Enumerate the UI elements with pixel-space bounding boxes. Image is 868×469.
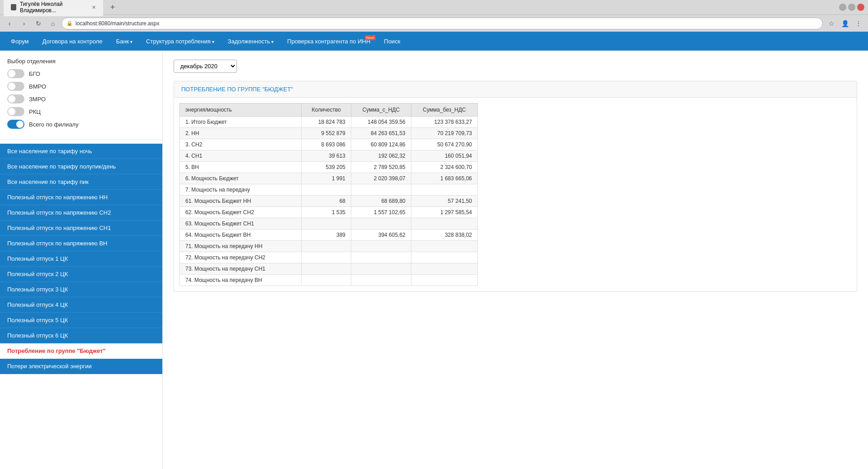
- sidebar-nav-item-14[interactable]: Потери электрической энергии: [0, 359, 162, 374]
- cell-name-14: 74. Мощность на передачу ВН: [180, 275, 302, 286]
- nav-bank[interactable]: Банк: [110, 34, 139, 48]
- tab-favicon: [11, 4, 16, 10]
- table-row: 1. Итого Бюджет18 824 783148 054 359,561…: [180, 117, 478, 128]
- cell-name-10: 64. Мощность Бюджет ВН: [180, 230, 302, 241]
- toggle-row-rkts: РКЦ: [7, 107, 155, 116]
- browser-chrome: Тигулёв Николай Владимиров... ✕ + ‹ › ↻ …: [0, 0, 868, 32]
- toggle-vmro[interactable]: [7, 82, 24, 91]
- col-header-name: энергия/мощность: [180, 103, 302, 117]
- nav-contracts[interactable]: Договора на контроле: [36, 34, 109, 48]
- table-row: 7. Мощность на передачу: [180, 184, 478, 196]
- toggle-knob-zmro: [8, 95, 15, 103]
- cell-qty-3: 39 613: [302, 150, 351, 162]
- sidebar-nav-item-2[interactable]: Все население по тарифу пик: [0, 174, 162, 190]
- col-header-sum-nds: Сумма_с_НДС: [351, 103, 411, 117]
- cell-name-11: 71. Мощность на передачу НН: [180, 241, 302, 252]
- cell-qty-1: 9 552 879: [302, 128, 351, 139]
- table-row: 62. Мощность Бюджет СН21 5351 557 102,65…: [180, 207, 478, 218]
- table-row: 5. ВН539 2052 789 520,852 324 600,70: [180, 162, 478, 173]
- cell-sum_nds-0: 148 054 359,56: [351, 117, 411, 128]
- profile-button[interactable]: 👤: [839, 18, 851, 29]
- nav-inn[interactable]: Проверка контрагента по ИНН New!: [281, 34, 377, 48]
- cell-sum_nds-14: [351, 275, 411, 286]
- cell-name-0: 1. Итого Бюджет: [180, 117, 302, 128]
- cell-sum_no_nds-5: 1 683 665,06: [411, 173, 477, 184]
- browser-tab[interactable]: Тигулёв Николай Владимиров... ✕: [4, 0, 103, 16]
- table-row: 6. Мощность Бюджет1 9912 020 398,071 683…: [180, 173, 478, 184]
- forward-button[interactable]: ›: [18, 18, 30, 29]
- page-wrapper: Форум Договора на контроле Банк Структур…: [0, 32, 868, 469]
- sidebar-nav-item-12[interactable]: Полезный отпуск 6 ЦК: [0, 328, 162, 343]
- browser-toolbar: ‹ › ↻ ⌂ 🔒 localhost:8080/main/structure.…: [0, 14, 868, 32]
- reload-button[interactable]: ↻: [33, 18, 44, 29]
- cell-sum_nds-12: [351, 252, 411, 263]
- table-row: 74. Мощность на передачу ВН: [180, 275, 478, 286]
- table-row: 72. Мощность на передачу СН2: [180, 252, 478, 263]
- cell-sum_no_nds-2: 50 674 270,90: [411, 139, 477, 150]
- sidebar-nav-item-11[interactable]: Полезный отпуск 5 ЦК: [0, 313, 162, 328]
- maximize-button[interactable]: [848, 4, 855, 11]
- col-header-sum-no-nds: Сумма_без_НДС: [411, 103, 477, 117]
- nav-badge: New!: [365, 35, 376, 40]
- window-controls: [839, 4, 864, 11]
- cell-qty-11: [302, 241, 351, 252]
- cell-qty-8: 1 535: [302, 207, 351, 218]
- sidebar-nav-item-6[interactable]: Полезный отпуск по напряжению ВН: [0, 236, 162, 251]
- title-bar: Тигулёв Николай Владимиров... ✕ +: [0, 0, 868, 14]
- back-button[interactable]: ‹: [4, 18, 15, 29]
- sidebar-nav-item-3[interactable]: Полезный отпуск по напряжению НН: [0, 190, 162, 205]
- toggle-zmro[interactable]: [7, 94, 24, 103]
- nav-search[interactable]: Поиск: [377, 34, 406, 48]
- minimize-button[interactable]: [839, 4, 846, 11]
- section-box: ПОТРЕБЛЕНИЕ ПО ГРУППЕ "БЮДЖЕТ" энергия/м…: [174, 81, 857, 292]
- cell-qty-10: 389: [302, 230, 351, 241]
- date-select[interactable]: декабрь 2020: [174, 60, 237, 73]
- table-row: 4. СН139 613192 062,32160 051,94: [180, 150, 478, 162]
- sidebar-nav-item-1[interactable]: Все население по тарифу полупик/день: [0, 159, 162, 174]
- new-tab-button[interactable]: +: [107, 1, 118, 13]
- cell-sum_no_nds-4: 2 324 600,70: [411, 162, 477, 173]
- cell-qty-2: 8 693 086: [302, 139, 351, 150]
- close-button[interactable]: [857, 4, 864, 11]
- cell-sum_nds-9: [351, 218, 411, 230]
- table-row: 61. Мощность Бюджет НН6868 689,8057 241,…: [180, 196, 478, 207]
- bookmark-button[interactable]: ☆: [826, 18, 837, 29]
- cell-qty-12: [302, 252, 351, 263]
- nav-structure[interactable]: Структура потребления: [140, 34, 220, 48]
- toggle-rkts[interactable]: [7, 107, 24, 116]
- toggle-row-bgo: БГО: [7, 69, 155, 78]
- tab-close-button[interactable]: ✕: [92, 5, 96, 10]
- sidebar-nav-item-8[interactable]: Полезный отпуск 2 ЦК: [0, 267, 162, 282]
- nav-debt[interactable]: Задолженность: [222, 34, 280, 48]
- cell-sum_no_nds-3: 160 051,94: [411, 150, 477, 162]
- cell-sum_no_nds-7: 57 241,50: [411, 196, 477, 207]
- tab-title: Тигулёв Николай Владимиров...: [20, 1, 88, 14]
- address-bar[interactable]: 🔒 localhost:8080/main/structure.aspx: [61, 18, 823, 29]
- main-layout: Выбор отделения БГО ВМРО: [0, 51, 868, 469]
- col-header-qty: Количество: [302, 103, 351, 117]
- table-row: 2. НН9 552 87984 263 651,5370 219 709,73: [180, 128, 478, 139]
- sidebar-nav-item-9[interactable]: Полезный отпуск 3 ЦК: [0, 282, 162, 297]
- cell-sum_no_nds-13: [411, 263, 477, 275]
- table-header-row: энергия/мощность Количество Сумма_с_НДС …: [180, 103, 478, 117]
- sidebar-nav-item-10[interactable]: Полезный отпуск 4 ЦК: [0, 297, 162, 313]
- cell-qty-6: [302, 184, 351, 196]
- toggle-knob-all: [16, 121, 24, 128]
- menu-button[interactable]: ⋮: [853, 18, 864, 29]
- sidebar-nav-item-7[interactable]: Полезный отпуск 1 ЦК: [0, 251, 162, 267]
- cell-name-8: 62. Мощность Бюджет СН2: [180, 207, 302, 218]
- toggle-row-all: Всего по филиалу: [7, 120, 155, 129]
- sidebar-nav-item-13[interactable]: Потребление по группе "Бюджет": [0, 343, 162, 359]
- toggle-all[interactable]: [7, 120, 24, 129]
- toggle-bgo[interactable]: [7, 69, 24, 78]
- nav-forum[interactable]: Форум: [5, 34, 35, 48]
- table-row: 63. Мощность Бюджет СН1: [180, 218, 478, 230]
- sidebar-nav-item-5[interactable]: Полезный отпуск по напряжению СН1: [0, 220, 162, 236]
- home-button[interactable]: ⌂: [47, 18, 59, 29]
- toggle-knob-rkts: [8, 108, 15, 115]
- cell-sum_nds-10: 394 605,62: [351, 230, 411, 241]
- sidebar-nav-item-0[interactable]: Все население по тарифу ночь: [0, 144, 162, 159]
- sidebar-nav-item-4[interactable]: Полезный отпуск по напряжению СН2: [0, 205, 162, 220]
- sidebar: Выбор отделения БГО ВМРО: [0, 51, 163, 469]
- date-select-container: декабрь 2020: [174, 60, 857, 73]
